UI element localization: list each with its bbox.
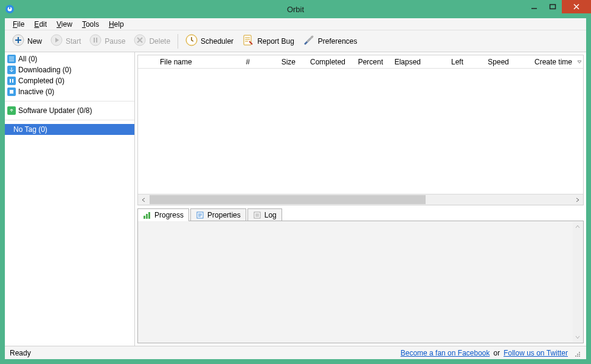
svg-rect-12 bbox=[244, 35, 251, 45]
status-text: Ready bbox=[10, 349, 31, 357]
resize-grip-icon[interactable] bbox=[572, 348, 581, 358]
sort-indicator-icon[interactable] bbox=[576, 60, 583, 64]
tab-progress[interactable]: Progress bbox=[137, 208, 189, 221]
title-bar: Orbit bbox=[0, 0, 591, 18]
svg-rect-19 bbox=[148, 212, 150, 219]
window-title: Orbit bbox=[0, 5, 591, 14]
status-bar: Ready Become a fan on Facebook or Follow… bbox=[5, 346, 586, 359]
svg-point-6 bbox=[90, 35, 101, 46]
pause-button[interactable]: Pause bbox=[86, 33, 129, 50]
vertical-scrollbar[interactable] bbox=[573, 222, 582, 342]
preferences-button[interactable]: Preferences bbox=[299, 33, 361, 50]
col-speed[interactable]: Speed bbox=[467, 58, 513, 66]
client-area: File Edit View Tools Help New Start Paus… bbox=[5, 18, 586, 359]
svg-rect-8 bbox=[96, 38, 97, 43]
delete-button[interactable]: Delete bbox=[130, 33, 174, 50]
twitter-link[interactable]: Follow us on Twitter bbox=[503, 349, 568, 357]
download-list: File name # Size Completed Percent Elaps… bbox=[137, 55, 584, 205]
svg-rect-26 bbox=[577, 354, 578, 355]
report-icon bbox=[242, 34, 254, 48]
maximize-button[interactable] bbox=[544, 0, 562, 13]
svg-rect-2 bbox=[9, 7, 10, 9]
window-controls bbox=[525, 0, 591, 13]
svg-point-13 bbox=[311, 36, 313, 38]
horizontal-scrollbar[interactable] bbox=[138, 194, 583, 205]
toolbar: New Start Pause Delete Scheduler Report … bbox=[5, 30, 586, 52]
plus-icon bbox=[12, 34, 24, 48]
table-header-row: File name # Size Completed Percent Elaps… bbox=[138, 55, 583, 69]
app-icon bbox=[5, 4, 15, 14]
menu-tools[interactable]: Tools bbox=[78, 19, 103, 30]
col-filename[interactable]: File name bbox=[156, 58, 235, 66]
start-button[interactable]: Start bbox=[47, 33, 85, 50]
progress-icon bbox=[143, 211, 151, 219]
tab-bar: Progress Properties Log bbox=[137, 208, 584, 221]
menu-file[interactable]: File bbox=[9, 19, 29, 30]
svg-rect-16 bbox=[10, 90, 13, 94]
menu-help[interactable]: Help bbox=[105, 19, 128, 30]
sidebar-item-inactive[interactable]: Inactive (0) bbox=[5, 86, 134, 97]
scroll-right-icon[interactable] bbox=[572, 194, 583, 205]
sidebar-item-completed[interactable]: Completed (0) bbox=[5, 75, 134, 86]
svg-rect-18 bbox=[146, 214, 148, 219]
col-hash[interactable]: # bbox=[235, 58, 254, 66]
delete-icon bbox=[134, 34, 146, 48]
menu-view[interactable]: View bbox=[52, 19, 77, 30]
or-text: or bbox=[494, 349, 500, 357]
svg-rect-23 bbox=[577, 355, 578, 357]
svg-rect-25 bbox=[575, 355, 576, 357]
close-button[interactable] bbox=[562, 0, 591, 13]
pause-small-icon bbox=[7, 77, 16, 85]
tab-content bbox=[137, 221, 584, 343]
col-percent[interactable]: Percent bbox=[349, 58, 387, 66]
facebook-link[interactable]: Become a fan on Facebook bbox=[401, 349, 490, 357]
svg-rect-14 bbox=[10, 79, 11, 83]
main-content: All (0) Downloading (0) Completed (0) In… bbox=[5, 52, 586, 346]
sidebar-divider bbox=[5, 120, 134, 120]
svg-rect-15 bbox=[12, 79, 13, 83]
log-icon bbox=[253, 211, 261, 219]
col-create-time[interactable]: Create time bbox=[513, 58, 576, 66]
tools-icon bbox=[303, 34, 315, 48]
menu-edit[interactable]: Edit bbox=[30, 19, 51, 30]
col-size[interactable]: Size bbox=[254, 58, 299, 66]
properties-icon bbox=[196, 211, 204, 219]
svg-rect-22 bbox=[579, 355, 580, 357]
right-panel: File name # Size Completed Percent Elaps… bbox=[135, 52, 586, 346]
svg-rect-17 bbox=[143, 216, 145, 219]
scrollbar-thumb[interactable] bbox=[573, 232, 582, 332]
svg-rect-7 bbox=[94, 38, 95, 43]
updater-icon bbox=[7, 106, 16, 115]
scrollbar-thumb[interactable] bbox=[150, 195, 426, 204]
social-links: Become a fan on Facebook or Follow us on… bbox=[401, 348, 581, 358]
table-body bbox=[138, 69, 583, 194]
scroll-left-icon[interactable] bbox=[138, 194, 149, 205]
tab-properties[interactable]: Properties bbox=[190, 208, 246, 221]
sidebar-item-all[interactable]: All (0) bbox=[5, 53, 134, 64]
sidebar-divider bbox=[5, 101, 134, 101]
col-completed[interactable]: Completed bbox=[299, 58, 349, 66]
menu-bar: File Edit View Tools Help bbox=[5, 18, 586, 30]
sidebar-item-software-updater[interactable]: Software Updater (0/8) bbox=[5, 105, 134, 116]
col-left[interactable]: Left bbox=[424, 58, 467, 66]
minimize-button[interactable] bbox=[525, 0, 544, 13]
sidebar-item-no-tag[interactable]: No Tag (0) bbox=[5, 124, 134, 135]
scroll-up-icon[interactable] bbox=[573, 222, 582, 232]
col-elapsed[interactable]: Elapsed bbox=[387, 58, 424, 66]
tab-log[interactable]: Log bbox=[247, 208, 282, 221]
svg-rect-24 bbox=[579, 354, 580, 355]
report-bug-button[interactable]: Report Bug bbox=[238, 33, 298, 50]
play-icon bbox=[50, 34, 63, 48]
toolbar-separator bbox=[178, 34, 178, 49]
scheduler-button[interactable]: Scheduler bbox=[182, 33, 237, 50]
sidebar-item-downloading[interactable]: Downloading (0) bbox=[5, 64, 134, 75]
new-button[interactable]: New bbox=[9, 33, 46, 50]
svg-rect-27 bbox=[579, 352, 580, 353]
list-icon bbox=[7, 55, 16, 63]
stop-icon bbox=[7, 88, 16, 96]
download-icon bbox=[7, 66, 16, 74]
scrollbar-track[interactable] bbox=[426, 194, 572, 205]
detail-panel: Progress Properties Log bbox=[137, 208, 584, 343]
clock-icon bbox=[185, 34, 198, 48]
scroll-down-icon[interactable] bbox=[573, 332, 582, 342]
